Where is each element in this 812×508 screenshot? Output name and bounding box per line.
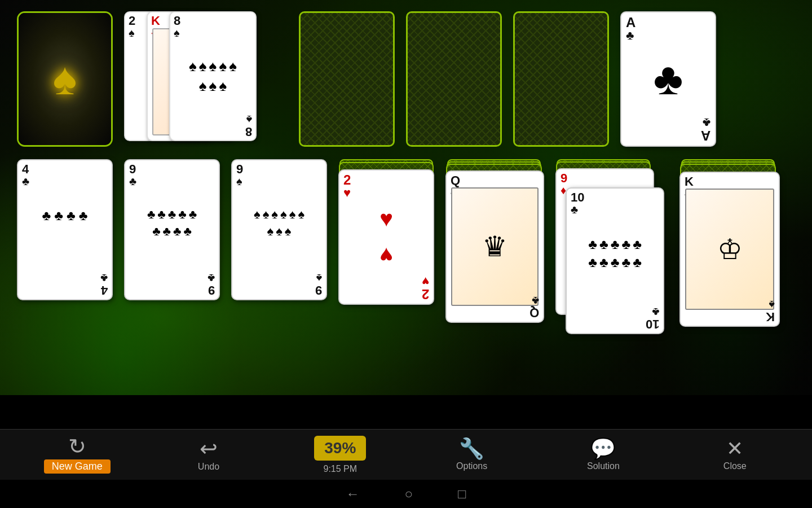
waste-pile[interactable]: 2 ♠ K ♦ 👑 K ♦ (124, 11, 242, 147)
tableau-col-2[interactable]: 9 ♣ ♣ ♣ ♣ ♣ ♣ ♣ ♣ ♣ ♣ 9 (124, 159, 220, 362)
home-button[interactable]: ○ (405, 486, 413, 502)
foundation-2-empty[interactable] (406, 11, 502, 147)
recents-button[interactable]: □ (458, 486, 466, 502)
rank: 9 (561, 172, 567, 185)
suit: ♠ (766, 299, 775, 310)
suit-center: ♣ (633, 255, 642, 270)
suit-center: ♠ (276, 224, 283, 239)
suit-center: ♣ (611, 237, 620, 252)
suit-center: ♣ (67, 208, 76, 224)
suit: ♣ (701, 116, 710, 129)
suit-center: ♣ (588, 255, 597, 270)
toolbar-buttons: ↻ New Game ↩ Undo 39% 9:15 PM 🔧 Options … (0, 430, 812, 480)
rank: A (701, 129, 710, 142)
suit-center: ♣ (173, 224, 181, 239)
tableau-col-7[interactable]: K ♠ ♔ K ♠ (679, 159, 781, 362)
card-4-clubs[interactable]: 4 ♣ ♣ ♣ ♣ ♣ 4 ♣ (17, 159, 113, 300)
rank: 4 (100, 284, 108, 296)
close-button[interactable]: ✕ Close (695, 439, 774, 471)
stock-pile[interactable]: ♠ (17, 11, 113, 147)
suit-center: ♠ (219, 58, 227, 75)
rank: Q (529, 306, 539, 319)
rank: 9 (315, 284, 322, 296)
game-area: ♠ 2 ♠ K ♦ (0, 0, 812, 395)
suit-center: ♣ (147, 207, 155, 222)
home-icon: ○ (405, 486, 413, 501)
rank: 9 (208, 284, 215, 296)
suit-center: ♠ (199, 77, 207, 95)
undo-button[interactable]: ↩ Undo (169, 438, 248, 472)
nav-buttons: ← ○ □ (0, 480, 812, 508)
spade-logo: ♠ (53, 53, 77, 105)
col6-stack: 9 ♦ ♦ ♦ ♦ ♦ ♦ ♦ ♦ ♦ ♦ (555, 159, 668, 362)
suit-center: ♠ (219, 77, 227, 95)
card-8-spades[interactable]: 8 ♠ ♠ ♠ ♠ ♠ ♠ ♠ ♠ ♠ 8 ♠ (169, 11, 257, 141)
suit-center: ♣ (54, 208, 63, 224)
card-9-clubs[interactable]: 9 ♣ ♣ ♣ ♣ ♣ ♣ ♣ ♣ ♣ ♣ 9 (124, 159, 220, 300)
rank: 2 (422, 287, 429, 301)
wrench-icon: 🔧 (459, 439, 484, 459)
card-A-clubs[interactable]: A ♣ ♣ A ♣ (620, 11, 716, 147)
card-9-spades[interactable]: 9 ♠ ♠ ♠ ♠ ♠ ♠ ♠ ♠ ♠ ♠ 9 (231, 159, 327, 300)
suit: ♣ (100, 273, 108, 284)
suit-center: ♥ (379, 206, 393, 231)
suit: ♣ (529, 295, 539, 306)
rank: K (685, 176, 694, 188)
card-K-spades[interactable]: K ♠ ♔ K ♠ (679, 172, 780, 327)
rank: 8 (245, 125, 252, 138)
card-10-clubs[interactable]: 10 ♣ ♣ ♣ ♣ ♣ ♣ ♣ ♣ ♣ ♣ (566, 187, 664, 334)
tableau-col-6[interactable]: 9 ♦ ♦ ♦ ♦ ♦ ♦ ♦ ♦ ♦ ♦ (555, 159, 668, 362)
rank: A (626, 16, 636, 29)
tableau-col-1[interactable]: 4 ♣ ♣ ♣ ♣ ♣ 4 ♣ (17, 159, 113, 362)
rank: K (766, 310, 775, 323)
suit: ♠ (174, 27, 180, 38)
suit-center: ♠ (267, 224, 273, 239)
rank: 10 (646, 318, 659, 330)
back-button[interactable]: ← (346, 486, 360, 502)
card-Q-clubs[interactable]: Q ♣ ♛ Q ♣ (445, 170, 544, 323)
card-2-hearts[interactable]: 2 ♥ ♥ ♥ 2 ♥ (338, 169, 434, 305)
progress-button[interactable]: 39% 9:15 PM (301, 436, 379, 474)
suit: ♠ (129, 27, 135, 38)
tableau-col-5[interactable]: Q ♣ ♛ Q ♣ (445, 159, 544, 362)
suit: ♣ (626, 29, 636, 42)
tableau-row: 4 ♣ ♣ ♣ ♣ ♣ 4 ♣ (17, 159, 795, 362)
options-label: Options (456, 461, 487, 471)
suit-center: ♣ (633, 237, 642, 252)
solution-button[interactable]: 💬 Solution (564, 439, 643, 471)
col4-stack: 2 ♥ ♥ ♥ 2 ♥ (338, 159, 434, 306)
close-label: Close (723, 461, 747, 471)
suit: ♣ (22, 176, 29, 187)
refresh-icon: ↻ (68, 436, 86, 457)
suit-center: ♣ (189, 207, 197, 222)
solution-label: Solution (587, 461, 620, 471)
foundation-1-empty[interactable] (299, 11, 395, 147)
suit-center: ♣ (611, 255, 620, 270)
foundation-3-empty[interactable] (513, 11, 609, 147)
new-game-button[interactable]: ↻ New Game (38, 436, 117, 474)
queen-art: ♛ (482, 230, 508, 263)
suit-center: ♣ (621, 255, 630, 270)
options-button[interactable]: 🔧 Options (433, 439, 511, 471)
suit-center: ♣ (157, 207, 165, 222)
king-art: ♔ (717, 233, 743, 266)
suit-center: ♠ (209, 58, 217, 75)
rank: 2 (343, 173, 351, 187)
suit-center: ♣ (152, 224, 160, 239)
new-game-label: New Game (44, 459, 111, 474)
suit: ♠ (245, 114, 252, 125)
tableau-col-3[interactable]: 9 ♠ ♠ ♠ ♠ ♠ ♠ ♠ ♠ ♠ ♠ 9 (231, 159, 327, 362)
rank: 9 (236, 163, 243, 176)
suit-center: ♥ (379, 243, 393, 268)
rank: 9 (129, 163, 136, 176)
suit-center: ♠ (263, 207, 270, 222)
rank: 10 (571, 191, 584, 204)
suit-center: ♣ (183, 224, 191, 239)
suit-center: ♠ (280, 207, 287, 222)
rank: Q (451, 174, 460, 187)
tableau-col-4[interactable]: 2 ♥ ♥ ♥ 2 ♥ (338, 159, 434, 362)
suit-center: ♣ (168, 207, 176, 222)
suit-center: ♣ (588, 237, 597, 252)
col5-stack: Q ♣ ♛ Q ♣ (445, 159, 544, 334)
rank: 8 (174, 15, 180, 27)
